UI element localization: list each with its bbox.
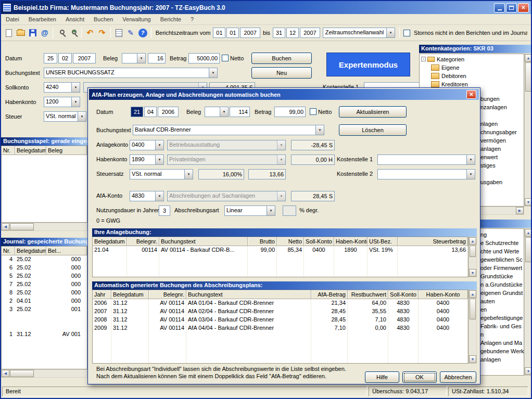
table-row[interactable]: 425.02000: [2, 255, 87, 264]
table-row[interactable]: 200931.12AV 00114AfA 04/04 - Barkauf CDR…: [93, 324, 468, 332]
datum-day-field[interactable]: 25: [44, 53, 57, 63]
scroll-thumb[interactable]: [10, 370, 34, 377]
netto-checkbox[interactable]: [222, 55, 229, 61]
tree-item[interactable]: Debitoren: [431, 72, 468, 80]
undo-icon[interactable]: [84, 27, 95, 39]
tree-item-fragment[interactable]: vermögen: [480, 136, 524, 145]
scroll-up-icon[interactable]: [469, 237, 476, 245]
scroll-up-icon[interactable]: [525, 229, 532, 237]
tree-item-fragment[interactable]: stiges: [480, 161, 524, 170]
table-row[interactable]: 825.02000: [2, 289, 87, 297]
chevron-down-icon[interactable]: [155, 140, 163, 150]
column-header[interactable]: Nr.: [2, 247, 15, 255]
journal-table[interactable]: Nr.BelegdatumBel...425.02000625.02000525…: [1, 246, 87, 369]
tree-root-label[interactable]: Kategorien: [437, 56, 464, 62]
journal-icon[interactable]: [113, 27, 124, 39]
tree-item-fragment[interactable]: anlagen: [480, 145, 524, 153]
chevron-down-icon[interactable]: [155, 155, 163, 164]
dlg-betrag-field[interactable]: 99,00: [274, 107, 306, 117]
chevron-down-icon[interactable]: [209, 68, 217, 78]
chevron-down-icon[interactable]: [137, 54, 145, 63]
buchen-button[interactable]: Buchen: [251, 53, 312, 64]
tree-item-fragment[interactable]: Fabrik- und Ges: [480, 322, 524, 330]
tree-item-fragment[interactable]: [480, 111, 524, 120]
table-row[interactable]: 625.02000: [2, 264, 87, 272]
column-header[interactable]: Belegdatum: [111, 290, 149, 299]
steuersatz-combo[interactable]: VSt. normal: [130, 169, 193, 179]
table-row[interactable]: 200631.12AV 00114AfA 01/04 - Barkauf CDR…: [93, 299, 468, 307]
help-icon[interactable]: [137, 27, 148, 39]
redo-icon[interactable]: [96, 27, 107, 39]
column-header[interactable]: Soll-Konto: [304, 237, 334, 246]
table-row[interactable]: 204.01000: [2, 297, 87, 305]
scroll-left-icon[interactable]: [2, 223, 9, 230]
menu-item[interactable]: Verwaltung: [118, 15, 155, 24]
maximize-button[interactable]: [506, 3, 517, 12]
stack-hscrollbar[interactable]: [1, 223, 87, 231]
chevron-down-icon[interactable]: [267, 206, 275, 215]
anlage-table-scrollbar[interactable]: [468, 237, 477, 277]
column-header[interactable]: AfA-Betrag: [311, 290, 348, 299]
dlg-datum-month-field[interactable]: 04: [144, 107, 157, 117]
column-header[interactable]: Bel...: [46, 247, 87, 255]
column-header[interactable]: Belegdatum: [15, 247, 46, 255]
mail-icon[interactable]: [39, 27, 50, 39]
nutzungsdauer-field[interactable]: 3: [159, 205, 170, 216]
tree-item-fragment[interactable]: bungen: [480, 95, 524, 103]
abschreibungsplan-table[interactable]: JahrBelegdatumBelegnr.BuchungstextAfA-Be…: [92, 290, 468, 364]
tree-item-fragment[interactable]: gewerblichen Sc: [480, 255, 524, 264]
scroll-up-icon[interactable]: [469, 290, 476, 298]
dlg-beleg-nr-field[interactable]: 114: [230, 107, 250, 117]
menu-item[interactable]: Datei: [1, 15, 24, 24]
neu-button[interactable]: Neu: [251, 67, 312, 79]
dlg-kostenstelle2-combo[interactable]: [377, 169, 475, 179]
scroll-thumb[interactable]: [470, 299, 476, 319]
tree-item-fragment[interactable]: Grundstücke: [480, 272, 524, 280]
column-header[interactable]: Restbuchwert: [348, 290, 388, 299]
plan-table-scrollbar[interactable]: [468, 290, 477, 364]
column-header[interactable]: Haben-Konto: [419, 290, 468, 299]
table-row[interactable]: 725.02000: [2, 280, 87, 289]
period-from-day[interactable]: 01: [213, 28, 225, 38]
dlg-beleg-combo[interactable]: [205, 107, 229, 117]
tree-item-fragment[interactable]: usgaben: [480, 178, 524, 186]
table-row[interactable]: 131.12AV 001: [2, 330, 87, 339]
column-header[interactable]: Buchungstext: [159, 237, 248, 246]
tree-item[interactable]: Eigene: [431, 63, 468, 72]
period-to-year[interactable]: 2007: [300, 28, 320, 38]
datum-month-field[interactable]: 02: [58, 53, 72, 63]
afa-konto-combo[interactable]: 4830: [130, 191, 164, 201]
chevron-down-icon[interactable]: [386, 28, 395, 37]
beleg-nr-field[interactable]: 16: [148, 53, 166, 63]
scroll-thumb[interactable]: [525, 237, 531, 262]
sollkonto-combo[interactable]: 4240: [44, 82, 80, 93]
menu-item[interactable]: Bearbeiten: [24, 15, 61, 24]
column-header[interactable]: Nr.: [2, 146, 15, 155]
tree-item-fragment[interactable]: ng: [480, 230, 524, 239]
period-from-month[interactable]: 01: [226, 28, 239, 38]
journal-hscrollbar[interactable]: [1, 369, 87, 378]
table-row[interactable]: [2, 314, 87, 322]
chevron-down-icon[interactable]: [155, 191, 163, 201]
scroll-right-icon[interactable]: [516, 207, 524, 214]
dlg-kostenstelle1-combo[interactable]: [377, 155, 475, 165]
column-header[interactable]: Netto: [277, 237, 304, 246]
ok-button[interactable]: OK: [402, 371, 437, 383]
scroll-thumb[interactable]: [525, 62, 531, 92]
datum-year-field[interactable]: 2007: [73, 53, 96, 63]
tree-item-fragment[interactable]: auten: [480, 297, 524, 305]
save-icon[interactable]: [27, 27, 38, 39]
column-header[interactable]: Belegnr.: [127, 237, 159, 246]
edit-icon[interactable]: [125, 27, 136, 39]
chevron-down-icon[interactable]: [71, 83, 80, 92]
scroll-down-icon[interactable]: [469, 269, 476, 277]
chevron-down-icon[interactable]: [78, 112, 86, 121]
column-header[interactable]: Soll-Konto: [388, 290, 419, 299]
tree-item-fragment[interactable]: n a.Grundstücke: [480, 280, 524, 289]
dlg-habenkonto-combo[interactable]: 1890: [130, 155, 164, 165]
chevron-down-icon[interactable]: [466, 170, 475, 179]
table-row[interactable]: 325.02001: [2, 305, 87, 314]
period-to-day[interactable]: 31: [273, 28, 285, 38]
column-header[interactable]: Steuerbetrag: [398, 237, 468, 246]
zeitraum-combo[interactable]: Zeitraumschnellanwahl: [323, 28, 395, 38]
